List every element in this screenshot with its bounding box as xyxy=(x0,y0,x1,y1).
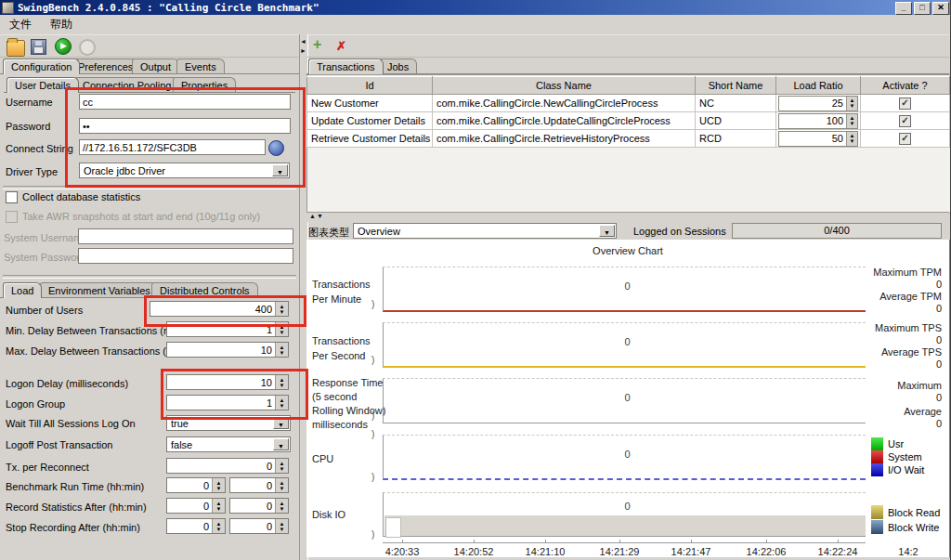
max-delay-label: Max. Delay Between Transactions (ms) xyxy=(6,345,183,357)
tab-properties[interactable]: Properties xyxy=(173,77,236,93)
maximize-button[interactable]: □ xyxy=(914,2,931,15)
benchmark-runtime-label: Benchmark Run Time (hh:min) xyxy=(6,481,144,492)
spinner-arrows-icon[interactable]: ▲▼ xyxy=(212,519,225,533)
tab-output[interactable]: Output xyxy=(132,59,179,74)
expand-right-icon[interactable]: ► xyxy=(300,47,306,54)
cell-short-name[interactable]: UCD xyxy=(696,112,776,130)
number-of-users-spinner[interactable]: 400 ▲▼ xyxy=(150,301,289,317)
menu-help[interactable]: 帮助 xyxy=(41,15,82,34)
cell-class-name[interactable]: com.mike.CallingCircle.NewCallingCircleP… xyxy=(433,95,696,112)
tab-transactions[interactable]: Transactions xyxy=(308,59,384,74)
spinner-arrows-icon[interactable]: ▲▼ xyxy=(212,478,225,492)
tab-load[interactable]: Load xyxy=(3,282,42,298)
header-load-ratio[interactable]: Load Ratio xyxy=(776,77,861,95)
record-hours-spinner[interactable]: 0 ▲▼ xyxy=(166,498,226,514)
spinner-arrows-icon[interactable]: ▲▼ xyxy=(275,322,288,336)
connect-string-label: Connect String xyxy=(6,143,73,154)
spinner-arrows-icon[interactable]: ▲▼ xyxy=(275,478,288,492)
header-class-name[interactable]: Class Name xyxy=(433,77,696,95)
add-transaction-icon[interactable] xyxy=(313,38,330,53)
header-id[interactable]: Id xyxy=(307,77,433,95)
tab-jobs[interactable]: Jobs xyxy=(379,59,417,74)
chevron-down-icon[interactable] xyxy=(273,438,289,450)
min-delay-spinner[interactable]: 1 ▲▼ xyxy=(166,321,289,337)
record-minutes-spinner[interactable]: 0 ▲▼ xyxy=(229,498,289,514)
table-row[interactable]: New Customer com.mike.CallingCircle.NewC… xyxy=(307,95,950,112)
stop-minutes-spinner[interactable]: 0 ▲▼ xyxy=(229,518,289,534)
tab-preferences[interactable]: Preferences xyxy=(70,59,141,74)
spinner-arrows-icon[interactable]: ▲▼ xyxy=(846,114,857,128)
spinner-arrows-icon[interactable]: ▲▼ xyxy=(846,97,857,111)
tab-environment-variables[interactable]: Environment Variables xyxy=(40,282,159,298)
header-activate[interactable]: Activate ? xyxy=(861,77,950,95)
spinner-arrows-icon[interactable]: ▲▼ xyxy=(275,396,288,410)
spinner-arrows-icon[interactable]: ▲▼ xyxy=(846,132,857,146)
expand-down-icon[interactable]: ▼ xyxy=(317,213,323,219)
tab-connection-pooling[interactable]: Connection Pooling xyxy=(74,77,179,93)
system-password-input xyxy=(78,248,293,264)
load-ratio-spinner[interactable]: 50▲▼ xyxy=(778,131,858,147)
username-input[interactable] xyxy=(79,94,291,110)
cell-id[interactable]: Retrieve Customer Details xyxy=(307,130,433,148)
cell-class-name[interactable]: com.mike.CallingCircle.RetrieveHistoryPr… xyxy=(433,130,696,148)
stop-benchmark-icon[interactable] xyxy=(79,39,96,56)
runtime-minutes-spinner[interactable]: 0 ▲▼ xyxy=(229,477,289,493)
cell-short-name[interactable]: NC xyxy=(696,95,776,112)
cell-class-name[interactable]: com.mike.CallingCircle.UpdateCallingCirc… xyxy=(433,112,696,130)
max-delay-spinner[interactable]: 10 ▲▼ xyxy=(166,342,289,358)
connect-string-input[interactable] xyxy=(79,139,266,155)
disk-io-plot: 0 xyxy=(383,492,866,537)
spinner-arrows-icon[interactable]: ▲▼ xyxy=(275,499,288,513)
minimize-button[interactable]: _ xyxy=(895,2,912,15)
table-row[interactable]: Retrieve Customer Details com.mike.Calli… xyxy=(307,130,950,148)
tab-distributed-controls[interactable]: Distributed Controls xyxy=(151,282,258,298)
tab-configuration[interactable]: Configuration xyxy=(3,59,80,74)
stop-hours-spinner[interactable]: 0 ▲▼ xyxy=(166,518,226,534)
menu-bar: 文件 帮助 xyxy=(0,15,951,35)
collapse-left-icon[interactable]: ◄ xyxy=(300,38,306,45)
menu-file[interactable]: 文件 xyxy=(0,15,41,34)
close-button[interactable]: ✕ xyxy=(932,2,949,15)
start-benchmark-icon[interactable] xyxy=(55,38,72,55)
logoff-post-select[interactable]: false xyxy=(166,436,291,452)
connection-test-icon[interactable] xyxy=(268,140,284,156)
horizontal-splitter[interactable]: ▲ ▼ xyxy=(306,212,949,222)
cell-id[interactable]: New Customer xyxy=(307,95,433,112)
collect-statistics-checkbox[interactable] xyxy=(6,191,18,203)
runtime-hours-spinner[interactable]: 0 ▲▼ xyxy=(166,477,226,493)
cell-id[interactable]: Update Customer Details xyxy=(307,112,433,130)
delete-transaction-icon[interactable] xyxy=(336,39,353,54)
load-ratio-spinner[interactable]: 100▲▼ xyxy=(778,113,858,129)
header-short-name[interactable]: Short Name xyxy=(696,77,776,95)
collapse-up-icon[interactable]: ▲ xyxy=(309,213,316,219)
spinner-arrows-icon[interactable]: ▲▼ xyxy=(275,519,288,533)
activate-checkbox[interactable] xyxy=(899,98,911,110)
disk-io-row-label: Disk IO xyxy=(312,507,345,522)
x-tick-label: 14:21:10 xyxy=(526,546,566,557)
password-input[interactable] xyxy=(79,118,291,134)
disk-io-scroll-thumb[interactable] xyxy=(385,517,401,538)
spinner-arrows-icon[interactable]: ▲▼ xyxy=(275,302,288,316)
logon-group-spinner[interactable]: 1 ▲▼ xyxy=(166,395,289,410)
chevron-down-icon[interactable] xyxy=(272,164,288,176)
activate-checkbox[interactable] xyxy=(899,133,911,145)
chevron-down-icon[interactable] xyxy=(273,417,289,429)
tx-per-reconnect-spinner[interactable]: 0 ▲▼ xyxy=(166,458,289,474)
cell-short-name[interactable]: RCD xyxy=(696,130,776,148)
save-icon[interactable] xyxy=(31,39,46,55)
driver-type-select[interactable]: Oracle jdbc Driver xyxy=(79,163,290,178)
chart-type-select[interactable]: Overview xyxy=(353,223,617,239)
spinner-arrows-icon[interactable]: ▲▼ xyxy=(275,343,288,357)
wait-sessions-select[interactable]: true xyxy=(166,415,291,431)
tab-events[interactable]: Events xyxy=(176,59,225,74)
spinner-arrows-icon[interactable]: ▲▼ xyxy=(275,459,288,473)
chevron-down-icon[interactable] xyxy=(599,225,615,237)
tab-user-details[interactable]: User Details xyxy=(7,77,79,93)
spinner-arrows-icon[interactable]: ▲▼ xyxy=(275,375,288,389)
load-ratio-spinner[interactable]: 25▲▼ xyxy=(778,96,858,111)
spinner-arrows-icon[interactable]: ▲▼ xyxy=(212,499,225,513)
activate-checkbox[interactable] xyxy=(899,115,911,127)
table-row[interactable]: Update Customer Details com.mike.Calling… xyxy=(307,112,950,130)
open-file-icon[interactable] xyxy=(7,40,25,57)
logon-delay-spinner[interactable]: 10 ▲▼ xyxy=(166,374,289,390)
